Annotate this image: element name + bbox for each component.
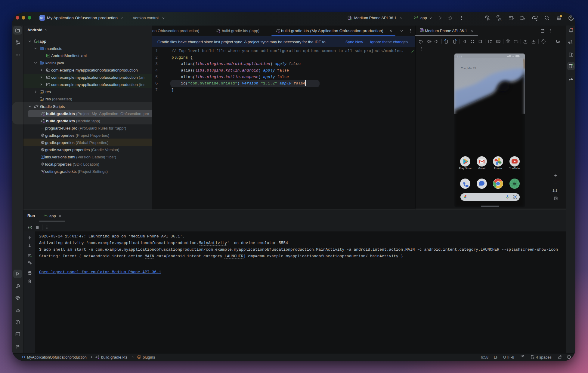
svg-text:Tue, Mar 24: Tue, Mar 24 (461, 66, 476, 70)
svg-text:A: A (500, 18, 502, 21)
svg-text:3:18: 3:18 (457, 55, 462, 58)
